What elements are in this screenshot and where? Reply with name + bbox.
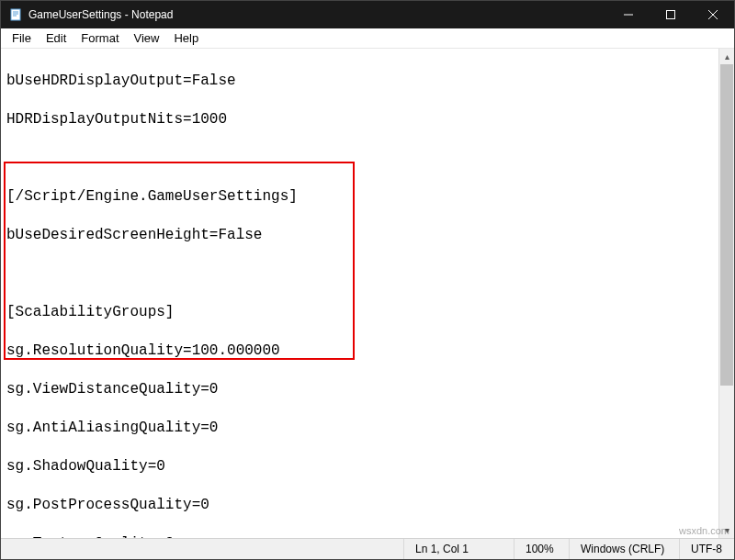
svg-rect-0 bbox=[11, 9, 20, 20]
menu-help[interactable]: Help bbox=[166, 29, 206, 47]
watermark: wsxdn.com bbox=[679, 525, 729, 536]
text-line: sg.PostProcessQuality=0 bbox=[6, 496, 729, 515]
menu-file[interactable]: File bbox=[5, 29, 39, 47]
menu-edit[interactable]: Edit bbox=[39, 29, 74, 47]
editor-area: bUseHDRDisplayOutput=False HDRDisplayOut… bbox=[1, 49, 734, 538]
text-line: sg.TextureQuality=0 bbox=[6, 534, 729, 538]
menu-format[interactable]: Format bbox=[74, 29, 126, 47]
text-line: [/Script/Engine.GameUserSettings] bbox=[6, 187, 729, 207]
minimize-button[interactable] bbox=[607, 1, 650, 28]
status-position: Ln 1, Col 1 bbox=[403, 539, 514, 559]
scroll-thumb[interactable] bbox=[720, 64, 733, 386]
text-editor[interactable]: bUseHDRDisplayOutput=False HDRDisplayOut… bbox=[1, 49, 734, 538]
text-line: sg.ResolutionQuality=100.000000 bbox=[6, 342, 729, 361]
text-line: sg.ShadowQuality=0 bbox=[6, 457, 729, 476]
text-line: sg.ViewDistanceQuality=0 bbox=[6, 380, 729, 399]
blank-line bbox=[6, 149, 729, 168]
window-title: GameUserSettings - Notepad bbox=[28, 8, 607, 21]
statusbar: Ln 1, Col 1 100% Windows (CRLF) UTF-8 bbox=[1, 538, 734, 559]
text-line: sg.AntiAliasingQuality=0 bbox=[6, 419, 729, 438]
window-controls bbox=[607, 1, 734, 28]
text-line: bUseDesiredScreenHeight=False bbox=[6, 226, 729, 245]
text-line: bUseHDRDisplayOutput=False bbox=[6, 72, 729, 91]
status-line-ending: Windows (CRLF) bbox=[569, 539, 679, 559]
notepad-window: GameUserSettings - Notepad File Edit For… bbox=[0, 0, 735, 560]
scroll-up-arrow[interactable]: ▴ bbox=[719, 49, 734, 64]
close-button[interactable] bbox=[692, 1, 734, 28]
notepad-icon bbox=[8, 7, 23, 22]
text-line: [ScalabilityGroups] bbox=[6, 303, 729, 322]
titlebar[interactable]: GameUserSettings - Notepad bbox=[1, 1, 734, 28]
menubar: File Edit Format View Help bbox=[1, 28, 734, 49]
blank-line bbox=[6, 264, 729, 284]
maximize-button[interactable] bbox=[650, 1, 692, 28]
status-encoding: UTF-8 bbox=[679, 539, 734, 559]
text-line: HDRDisplayOutputNits=1000 bbox=[6, 110, 729, 129]
svg-rect-5 bbox=[667, 11, 675, 19]
menu-view[interactable]: View bbox=[127, 29, 167, 47]
status-zoom: 100% bbox=[514, 539, 569, 559]
vertical-scrollbar[interactable]: ▴ ▾ bbox=[718, 49, 734, 538]
